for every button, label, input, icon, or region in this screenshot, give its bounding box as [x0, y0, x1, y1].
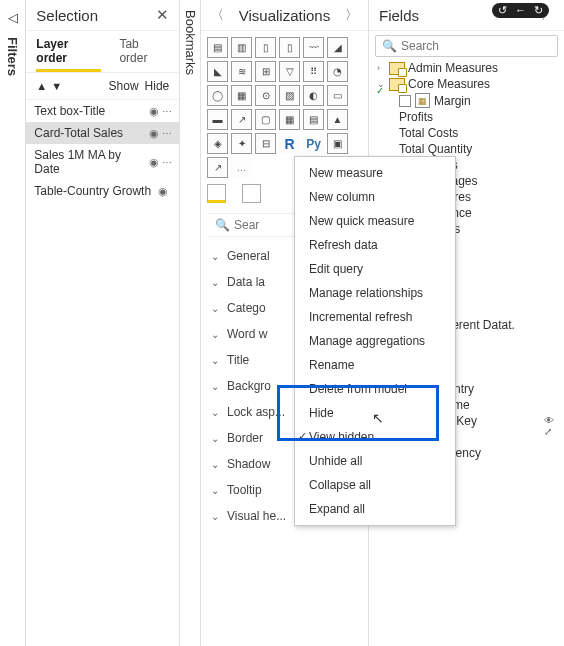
context-item[interactable]: Manage aggregations [295, 329, 455, 353]
viz-map-icon[interactable]: ⊙ [255, 85, 276, 106]
fields-table[interactable]: ›Admin Measures [369, 61, 564, 75]
context-item[interactable]: Incremental refresh [295, 305, 455, 329]
chevron-left-icon[interactable]: 〈 [211, 6, 224, 24]
search-icon: 🔍 [215, 218, 230, 232]
fields-field[interactable]: ▦Margin [369, 93, 564, 108]
context-item[interactable]: Hide [295, 401, 455, 425]
visibility-icon[interactable]: ◉ [149, 105, 159, 118]
chevron-down-icon: ⌄ [211, 511, 219, 522]
field-label: Profits [399, 110, 433, 124]
viz-key-inf-icon[interactable]: ✦ [231, 133, 252, 154]
context-item[interactable]: Delete from model [295, 377, 455, 401]
tab-tab-order[interactable]: Tab order [119, 31, 169, 72]
context-item[interactable]: Edit query [295, 257, 455, 281]
filters-pane-collapsed[interactable]: ◁ Filters [0, 0, 26, 646]
bookmarks-pane-collapsed[interactable]: Bookmarks [180, 0, 201, 646]
viz-r-icon[interactable]: R [279, 133, 300, 154]
format-fields-icon[interactable] [207, 184, 226, 203]
field-label: Total Quantity [399, 142, 472, 156]
viz-line-icon[interactable]: 〰 [303, 37, 324, 58]
viz-narrative-icon[interactable]: ↗ [207, 157, 228, 178]
viz-clustered-col-icon[interactable]: ▯ [279, 37, 300, 58]
more-icon[interactable]: ⋯ [162, 106, 171, 117]
fields-field[interactable]: Profits [369, 110, 564, 124]
viz-pie-icon[interactable]: ◔ [327, 61, 348, 82]
chevron-down-icon: ⌄ [211, 251, 219, 262]
viz-ribbon-icon[interactable]: ≋ [231, 61, 252, 82]
viz-stacked-area-icon[interactable]: ◣ [207, 61, 228, 82]
layer-item[interactable]: Table-Country Growth◉ [26, 180, 179, 202]
viz-matrix-icon[interactable]: ▤ [303, 109, 324, 130]
bookmarks-label: Bookmarks [183, 0, 198, 646]
move-down-icon[interactable]: ▼ [51, 80, 62, 92]
fields-search-input[interactable] [401, 39, 551, 53]
viz-kpi-icon[interactable]: ↗ [231, 109, 252, 130]
table-context-menu[interactable]: New measureNew columnNew quick measureRe… [294, 156, 456, 526]
viz-stacked-col-icon[interactable]: ▯ [255, 37, 276, 58]
move-up-icon[interactable]: ▲ [36, 80, 47, 92]
fields-search[interactable]: 🔍 [375, 35, 558, 57]
viz-multi-card-icon[interactable]: ▬ [207, 109, 228, 130]
window-controls[interactable]: ↺←↻ [492, 3, 549, 18]
layer-item[interactable]: Card-Total Sales◉⋯ [26, 122, 179, 144]
context-item[interactable]: Expand all [295, 497, 455, 521]
viz-python-icon[interactable]: Py [303, 133, 324, 154]
selection-title: Selection [36, 7, 98, 24]
viz-decomp-icon[interactable]: ⊟ [255, 133, 276, 154]
chevron-icon: › [377, 63, 389, 73]
layer-item[interactable]: Sales 1M MA by Date◉⋯ [26, 144, 179, 180]
viz-arcgis-icon[interactable]: ▲ [327, 109, 348, 130]
context-item[interactable]: Collapse all [295, 473, 455, 497]
chevron-down-icon: ⌄ [211, 329, 219, 340]
format-format-icon[interactable] [242, 184, 261, 203]
context-item[interactable]: Unhide all [295, 449, 455, 473]
checkbox[interactable] [399, 95, 411, 107]
layer-item-name: Card-Total Sales [34, 126, 149, 140]
filters-label: Filters [5, 37, 20, 76]
table-label: Core Measures [408, 77, 490, 91]
chevron-down-icon: ⌄ [211, 303, 219, 314]
context-item[interactable]: Rename [295, 353, 455, 377]
viz-scatter-icon[interactable]: ⠿ [303, 61, 324, 82]
viz-waterfall-icon[interactable]: ⊞ [255, 61, 276, 82]
visibility-icon[interactable]: ◉ [149, 156, 159, 169]
hide-button[interactable]: Hide [145, 79, 170, 93]
table-icon [389, 78, 405, 91]
viz-clustered-bar-icon[interactable]: ▥ [231, 37, 252, 58]
close-icon[interactable]: ✕ [156, 6, 169, 24]
viz-qa-icon[interactable]: ▣ [327, 133, 348, 154]
viz-powerapps-icon[interactable]: ◈ [207, 133, 228, 154]
context-item[interactable]: View hidden [295, 425, 455, 449]
viz-filled-map-icon[interactable]: ▨ [279, 85, 300, 106]
visibility-icon[interactable]: ◉ [158, 185, 168, 198]
viz-more-icon[interactable]: … [231, 157, 252, 178]
fields-field[interactable]: Total Quantity [369, 142, 564, 156]
viz-slicer-icon[interactable]: ▢ [255, 109, 276, 130]
viz-stacked-bar-icon[interactable]: ▤ [207, 37, 228, 58]
tab-layer-order[interactable]: Layer order [36, 31, 101, 72]
measure-icon: ▦ [415, 93, 430, 108]
viz-treemap-icon[interactable]: ▦ [231, 85, 252, 106]
layer-item[interactable]: Text box-Title◉⋯ [26, 100, 179, 122]
context-item[interactable]: New quick measure [295, 209, 455, 233]
viz-title: Visualizations [239, 7, 330, 24]
viz-gauge-icon[interactable]: ◐ [303, 85, 324, 106]
fields-table[interactable]: ⌄Core Measures [369, 77, 564, 91]
viz-table-icon[interactable]: ▦ [279, 109, 300, 130]
context-item[interactable]: Refresh data [295, 233, 455, 257]
show-button[interactable]: Show [109, 79, 139, 93]
context-item[interactable]: New measure [295, 161, 455, 185]
viz-area-icon[interactable]: ◢ [327, 37, 348, 58]
more-icon[interactable]: ⋯ [162, 157, 171, 168]
filters-icon: ◁ [8, 10, 18, 25]
fields-field[interactable]: Total Costs [369, 126, 564, 140]
chevron-right-icon[interactable]: 〉 [345, 6, 358, 24]
layer-item-name: Text box-Title [34, 104, 149, 118]
context-item[interactable]: New column [295, 185, 455, 209]
viz-donut-icon[interactable]: ◯ [207, 85, 228, 106]
more-icon[interactable]: ⋯ [162, 128, 171, 139]
viz-card-icon[interactable]: ▭ [327, 85, 348, 106]
visibility-icon[interactable]: ◉ [149, 127, 159, 140]
viz-funnel-icon[interactable]: ▽ [279, 61, 300, 82]
context-item[interactable]: Manage relationships [295, 281, 455, 305]
